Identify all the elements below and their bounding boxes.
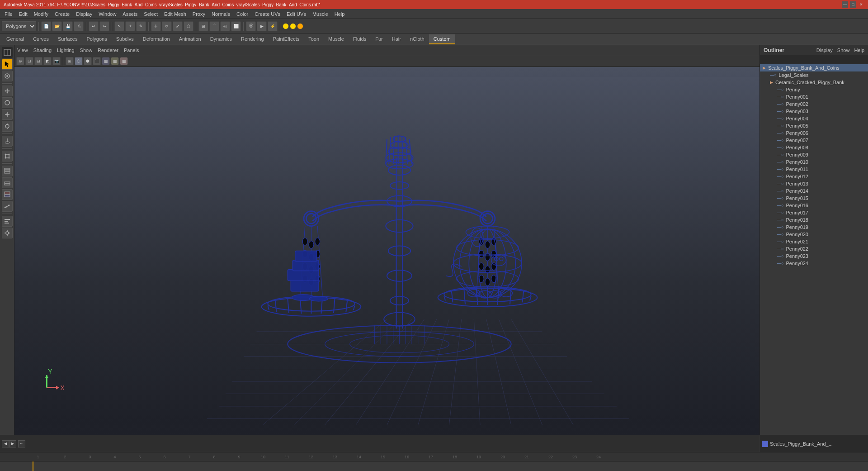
outliner-item-10[interactable]: —○Penny007	[760, 137, 868, 144]
anim-layer-btn[interactable]	[2, 201, 13, 212]
scroll-right-btn[interactable]: ▶	[9, 440, 16, 447]
move-tool-btn[interactable]	[2, 86, 13, 96]
shelf-tab-toon[interactable]: Toon	[304, 34, 324, 44]
shelf-tab-polygons[interactable]: Polygons	[82, 34, 111, 44]
scale-tool-btn[interactable]	[2, 109, 13, 120]
outliner-item-23[interactable]: —○Penny020	[760, 231, 868, 238]
toolbar-btn-4[interactable]: ⎙	[74, 21, 84, 31]
outliner-item-2[interactable]: ▶Ceramic_Cracked_Piggy_Bank	[760, 79, 868, 86]
outliner-search-input[interactable]	[762, 57, 866, 62]
transform-btn[interactable]: ⬡	[184, 21, 193, 31]
menu-file[interactable]: File	[2, 10, 15, 18]
vp-menu-view[interactable]: View	[17, 48, 28, 53]
window-controls[interactable]: — □ ✕	[842, 1, 864, 8]
shelf-tab-muscle[interactable]: Muscle	[324, 34, 349, 44]
menu-assets[interactable]: Assets	[120, 10, 140, 18]
tool-settings-btn[interactable]	[2, 228, 13, 238]
menu-proxy[interactable]: Proxy	[190, 10, 208, 18]
outliner-item-16[interactable]: —○Penny013	[760, 180, 868, 187]
redo-btn[interactable]: ↪	[99, 21, 109, 31]
paint-select-btn[interactable]	[2, 71, 13, 81]
outliner-item-7[interactable]: —○Penny004	[760, 115, 868, 122]
menu-normals[interactable]: Normals	[209, 10, 233, 18]
snap-surface-btn[interactable]: ⬜	[231, 21, 241, 31]
shelf-tab-fluids[interactable]: Fluids	[349, 34, 371, 44]
menu-create[interactable]: Create	[52, 10, 72, 18]
paint-btn[interactable]: ✎	[136, 21, 146, 31]
vp-tb-smooth[interactable]: ⬢	[84, 57, 92, 65]
history-btn[interactable]: Ⓗ	[246, 21, 256, 31]
outliner-item-8[interactable]: —○Penny005	[760, 122, 868, 129]
snap-curve-btn[interactable]: ⌒	[209, 21, 219, 31]
close-button[interactable]: ✕	[858, 1, 864, 8]
outliner-item-27[interactable]: —○Penny024	[760, 260, 868, 267]
outliner-menu-display[interactable]: Display	[816, 48, 833, 53]
vp-tb-grid[interactable]: ⊞	[66, 57, 74, 65]
minimize-button[interactable]: —	[842, 1, 848, 8]
outliner-item-26[interactable]: —○Penny023	[760, 252, 868, 260]
outliner-item-18[interactable]: —○Penny015	[760, 195, 868, 202]
layer-editor-btn[interactable]	[2, 166, 13, 176]
vp-tb-light3[interactable]: ▩	[120, 57, 128, 65]
outliner-item-24[interactable]: —○Penny021	[760, 238, 868, 245]
soft-mod-btn[interactable]	[2, 136, 13, 147]
render-layer-btn[interactable]	[2, 177, 13, 188]
snap-grid-btn[interactable]: ⊞	[198, 21, 208, 31]
shelf-tab-animation[interactable]: Animation	[175, 34, 206, 44]
outliner-item-13[interactable]: —○Penny010	[760, 158, 868, 166]
light3-btn[interactable]	[297, 23, 303, 29]
menu-create-uvs[interactable]: Create UVs	[252, 10, 283, 18]
universal-manip-btn[interactable]	[2, 121, 13, 132]
outliner-item-9[interactable]: —○Penny006	[760, 129, 868, 137]
save-btn[interactable]: 💾	[63, 21, 73, 31]
new-scene-btn[interactable]: 📄	[41, 21, 51, 31]
vp-tb-light1[interactable]: ▩	[102, 57, 110, 65]
maximize-button[interactable]: □	[850, 1, 856, 8]
mode-dropdown[interactable]: Polygons	[2, 21, 36, 31]
shelf-tab-painteffects[interactable]: PaintEffects	[269, 34, 304, 44]
undo-btn[interactable]: ↩	[89, 21, 99, 31]
vp-tb-2[interactable]: ⊡	[25, 57, 33, 65]
select-tool-sidebar-btn[interactable]	[2, 59, 13, 70]
outliner-item-22[interactable]: —○Penny019	[760, 224, 868, 231]
vp-menu-shading[interactable]: Shading	[33, 48, 52, 53]
vp-tb-cam[interactable]: 📷	[52, 57, 61, 65]
outliner-item-6[interactable]: —○Penny003	[760, 108, 868, 115]
shelf-tab-hair[interactable]: Hair	[387, 34, 406, 44]
menu-color[interactable]: Color	[234, 10, 251, 18]
shelf-tab-subdivs[interactable]: Subdivs	[112, 34, 138, 44]
outliner-item-11[interactable]: —○Penny008	[760, 144, 868, 151]
menu-muscle[interactable]: Muscle	[310, 10, 331, 18]
shelf-tab-curves[interactable]: Curves	[28, 34, 53, 44]
ipr-btn[interactable]: ⚡	[268, 21, 278, 31]
vp-tb-3[interactable]: ⊟	[34, 57, 42, 65]
shelf-tab-rendering[interactable]: Rendering	[236, 34, 269, 44]
render-btn[interactable]: ▶	[257, 21, 267, 31]
rotate-tool-btn[interactable]	[2, 97, 13, 108]
rotate-btn[interactable]: ↻	[162, 21, 172, 31]
open-btn[interactable]: 📂	[52, 21, 62, 31]
scale-btn[interactable]: ⤢	[173, 21, 183, 31]
display-layer-btn[interactable]	[2, 189, 13, 200]
move-btn[interactable]: ✛	[151, 21, 161, 31]
menu-edit[interactable]: Edit	[16, 10, 30, 18]
show-manipulator-btn[interactable]	[2, 151, 13, 162]
outliner-item-21[interactable]: —○Penny018	[760, 216, 868, 224]
light2-btn[interactable]	[290, 23, 296, 29]
channel-box-btn[interactable]	[2, 47, 13, 58]
outliner-item-25[interactable]: —○Penny022	[760, 245, 868, 252]
3d-viewport[interactable]: X Y	[14, 67, 760, 435]
outliner-item-3[interactable]: —○Penny	[760, 86, 868, 93]
outliner-menu-help[interactable]: Help	[854, 48, 864, 53]
menu-edit-mesh[interactable]: Edit Mesh	[161, 10, 189, 18]
outliner-item-19[interactable]: —○Penny016	[760, 202, 868, 209]
vp-tb-texture[interactable]: ⬛	[93, 57, 101, 65]
vp-tb-light2[interactable]: ▩	[111, 57, 119, 65]
outliner-item-0[interactable]: ▶Scales_Piggy_Bank_And_Coins	[760, 64, 868, 71]
menu-window[interactable]: Window	[96, 10, 119, 18]
outliner-item-20[interactable]: —○Penny017	[760, 209, 868, 216]
outliner-item-12[interactable]: —○Penny009	[760, 151, 868, 158]
shelf-tab-dynamics[interactable]: Dynamics	[206, 34, 236, 44]
shelf-tab-ncloth[interactable]: nCloth	[406, 34, 429, 44]
lasso-btn[interactable]: ⌖	[125, 21, 135, 31]
